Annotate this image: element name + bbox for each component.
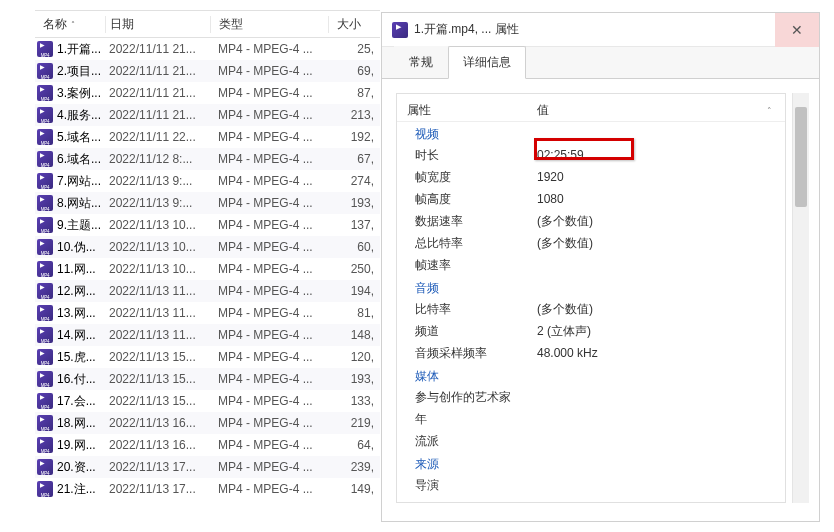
file-date: 2022/11/13 11... [105,284,210,298]
tab-general-label: 常规 [409,55,433,69]
prop-frame-width[interactable]: 帧宽度1920 [397,166,785,188]
file-size: 67, [328,152,376,166]
file-size: 250, [328,262,376,276]
file-type: MP4 - MPEG-4 ... [210,438,328,452]
file-row[interactable]: 9.主题...2022/11/13 10...MP4 - MPEG-4 ...1… [35,214,380,236]
file-date: 2022/11/13 15... [105,372,210,386]
column-date[interactable]: 日期 [105,16,210,33]
mp4-file-icon [37,327,53,343]
file-row[interactable]: 17.会...2022/11/13 15...MP4 - MPEG-4 ...1… [35,390,380,412]
scroll-up-icon[interactable]: ˄ [763,106,775,116]
file-date: 2022/11/13 10... [105,218,210,232]
file-type: MP4 - MPEG-4 ... [210,460,328,474]
scrollbar-thumb[interactable] [795,107,807,207]
tab-general[interactable]: 常规 [394,46,448,78]
file-row[interactable]: 8.网站...2022/11/13 9:...MP4 - MPEG-4 ...1… [35,192,380,214]
file-row[interactable]: 20.资...2022/11/13 17...MP4 - MPEG-4 ...2… [35,456,380,478]
file-row[interactable]: 15.虎...2022/11/13 15...MP4 - MPEG-4 ...1… [35,346,380,368]
prop-frame-height[interactable]: 帧高度1080 [397,188,785,210]
prop-genre[interactable]: 流派 [397,430,785,452]
column-type-label: 类型 [219,17,243,31]
file-row[interactable]: 16.付...2022/11/13 15...MP4 - MPEG-4 ...1… [35,368,380,390]
file-date: 2022/11/11 21... [105,64,210,78]
mp4-file-icon [37,349,53,365]
file-name: 9.主题... [57,217,101,234]
file-row[interactable]: 6.域名...2022/11/12 8:...MP4 - MPEG-4 ...6… [35,148,380,170]
file-name: 18.网... [57,415,96,432]
file-row[interactable]: 1.开篇...2022/11/11 21...MP4 - MPEG-4 ...2… [35,38,380,60]
file-size: 194, [328,284,376,298]
prop-data-rate[interactable]: 数据速率(多个数值) [397,210,785,232]
file-name: 14.网... [57,327,96,344]
prop-duration[interactable]: 时长02:25:59 [397,144,785,166]
mp4-file-icon [37,85,53,101]
file-size: 64, [328,438,376,452]
column-date-label: 日期 [110,17,134,31]
mp4-file-icon [37,63,53,79]
prop-frame-rate[interactable]: 帧速率 [397,254,785,276]
file-row[interactable]: 14.网...2022/11/13 11...MP4 - MPEG-4 ...1… [35,324,380,346]
file-row[interactable]: 5.域名...2022/11/11 22...MP4 - MPEG-4 ...1… [35,126,380,148]
file-row[interactable]: 21.注...2022/11/13 17...MP4 - MPEG-4 ...1… [35,478,380,500]
file-name: 12.网... [57,283,96,300]
tab-details[interactable]: 详细信息 [448,46,526,79]
file-name: 4.服务... [57,107,101,124]
file-row[interactable]: 7.网站...2022/11/13 9:...MP4 - MPEG-4 ...2… [35,170,380,192]
file-row[interactable]: 4.服务...2022/11/11 21...MP4 - MPEG-4 ...2… [35,104,380,126]
close-icon: ✕ [791,22,803,38]
file-size: 193, [328,196,376,210]
properties-dialog: 1.开篇.mp4, ... 属性 ✕ 常规 详细信息 属性 值 ˄ 视频 时长0… [381,12,820,522]
file-size: 213, [328,108,376,122]
file-type: MP4 - MPEG-4 ... [210,284,328,298]
dialog-title: 1.开篇.mp4, ... 属性 [414,21,519,38]
column-type[interactable]: 类型 [210,16,328,33]
file-row[interactable]: 11.网...2022/11/13 10...MP4 - MPEG-4 ...2… [35,258,380,280]
dialog-titlebar[interactable]: 1.开篇.mp4, ... 属性 ✕ [382,13,819,47]
file-type: MP4 - MPEG-4 ... [210,64,328,78]
prop-director[interactable]: 导演 [397,474,785,496]
file-name: 3.案例... [57,85,101,102]
file-type: MP4 - MPEG-4 ... [210,394,328,408]
prop-total-bitrate[interactable]: 总比特率(多个数值) [397,232,785,254]
file-list-pane: 名称 ˄ 日期 类型 大小 1.开篇...2022/11/11 21...MP4… [35,10,380,500]
file-size: 149, [328,482,376,496]
file-size: 69, [328,64,376,78]
close-button[interactable]: ✕ [775,13,819,47]
file-row[interactable]: 10.伪...2022/11/13 10...MP4 - MPEG-4 ...6… [35,236,380,258]
file-row[interactable]: 3.案例...2022/11/11 21...MP4 - MPEG-4 ...8… [35,82,380,104]
file-type: MP4 - MPEG-4 ... [210,218,328,232]
file-date: 2022/11/13 16... [105,438,210,452]
file-row[interactable]: 19.网...2022/11/13 16...MP4 - MPEG-4 ...6… [35,434,380,456]
file-type: MP4 - MPEG-4 ... [210,372,328,386]
prop-artist[interactable]: 参与创作的艺术家 [397,386,785,408]
mp4-file-icon [37,481,53,497]
file-type: MP4 - MPEG-4 ... [210,86,328,100]
file-type: MP4 - MPEG-4 ... [210,482,328,496]
file-name: 6.域名... [57,151,101,168]
column-name[interactable]: 名称 ˄ [35,16,105,33]
mp4-file-icon [37,173,53,189]
group-media: 媒体 [397,364,785,386]
prop-audio-sample-rate[interactable]: 音频采样频率48.000 kHz [397,342,785,364]
mp4-file-icon [37,107,53,123]
file-row[interactable]: 12.网...2022/11/13 11...MP4 - MPEG-4 ...1… [35,280,380,302]
file-date: 2022/11/11 21... [105,86,210,100]
prop-channels[interactable]: 频道2 (立体声) [397,320,785,342]
prop-year[interactable]: 年 [397,408,785,430]
mp4-file-icon [37,129,53,145]
mp4-file-icon [37,283,53,299]
column-size[interactable]: 大小 [328,16,376,33]
mp4-file-icon [37,437,53,453]
file-row[interactable]: 18.网...2022/11/13 16...MP4 - MPEG-4 ...2… [35,412,380,434]
file-type: MP4 - MPEG-4 ... [210,262,328,276]
mp4-file-icon [37,459,53,475]
file-type: MP4 - MPEG-4 ... [210,130,328,144]
properties-header-row: 属性 值 ˄ [397,100,785,122]
header-value: 值 [537,102,763,119]
group-video: 视频 [397,122,785,144]
file-row[interactable]: 13.网...2022/11/13 11...MP4 - MPEG-4 ...8… [35,302,380,324]
vertical-scrollbar[interactable] [792,93,809,503]
prop-audio-bitrate[interactable]: 比特率(多个数值) [397,298,785,320]
file-row[interactable]: 2.项目...2022/11/11 21...MP4 - MPEG-4 ...6… [35,60,380,82]
file-date: 2022/11/11 21... [105,108,210,122]
